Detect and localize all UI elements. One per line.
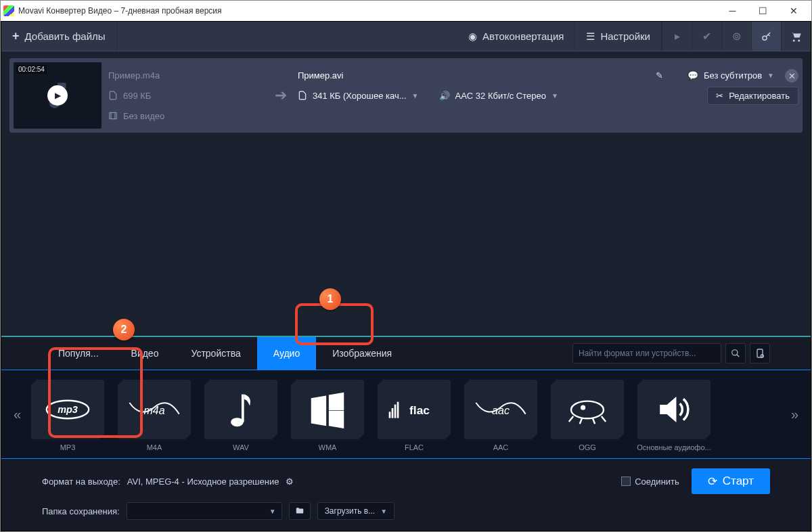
- svg-rect-1: [110, 112, 117, 118]
- tile-label: WMA: [319, 443, 337, 451]
- window-title: Movavi Конвертер Видео – 7-дневная пробн…: [18, 6, 222, 16]
- cart-icon[interactable]: [781, 22, 811, 51]
- svg-rect-10: [389, 412, 391, 418]
- tiles-next-button[interactable]: »: [786, 401, 804, 428]
- youtube-icon[interactable]: ▸: [662, 22, 692, 51]
- format-tile-[interactable]: Основные аудиофо...: [635, 380, 713, 451]
- no-video-row: Без видео: [108, 107, 264, 125]
- tile-icon-mp3[interactable]: mp3: [31, 380, 104, 439]
- subtitles-label: Без субтитров: [704, 70, 762, 81]
- edit-name-icon[interactable]: ✎: [656, 70, 663, 81]
- tile-icon-ogg[interactable]: [551, 380, 624, 439]
- format-tiles: « » mp3MP3m4aM4AWAVWMAflacFLACaacAACOGGО…: [1, 370, 811, 459]
- tile-icon-speaker[interactable]: [637, 380, 710, 439]
- start-button[interactable]: ⟳ Старт: [692, 468, 770, 494]
- no-video-label: Без видео: [123, 111, 164, 121]
- refresh-icon: ⟳: [708, 474, 717, 489]
- format-tile-aac[interactable]: aacAAC: [461, 380, 540, 451]
- format-tab-[interactable]: Устройства: [175, 337, 256, 370]
- browse-folder-button[interactable]: [289, 502, 311, 520]
- auto-convert-button[interactable]: ◉ Автоконвертация: [457, 22, 575, 51]
- load-into-label: Загрузить в...: [325, 506, 376, 516]
- format-tabs: Популя...ВидеоУстройстваАудиоИзображения…: [1, 337, 811, 370]
- tile-label: Основные аудиофо...: [637, 443, 710, 451]
- arrow-right-icon: ➔: [271, 87, 291, 104]
- vk-icon[interactable]: ✔: [692, 22, 721, 51]
- minimize-button[interactable]: ─: [717, 1, 748, 20]
- svg-rect-3: [757, 349, 763, 357]
- file-thumbnail[interactable]: 00:02:54 ▶: [14, 62, 102, 129]
- titlebar: Movavi Конвертер Видео – 7-дневная пробн…: [1, 1, 811, 21]
- settings-button[interactable]: ☰ Настройки: [575, 22, 662, 51]
- edit-button[interactable]: ✂ Редактировать: [707, 87, 798, 105]
- svg-rect-12: [394, 405, 397, 418]
- source-size: 699 КБ: [123, 91, 151, 101]
- svg-text:aac: aac: [492, 405, 510, 416]
- format-tile-ogg[interactable]: OGG: [548, 380, 627, 451]
- target-quality-label: 341 КБ (Хорошее кач...: [313, 91, 407, 101]
- tile-label: M4A: [147, 443, 162, 451]
- svg-rect-13: [397, 402, 399, 418]
- file-icon: [298, 91, 307, 100]
- output-format-value: AVI, MPEG-4 - Исходное разрешение: [127, 476, 279, 487]
- format-tab-[interactable]: Видео: [115, 337, 175, 370]
- tile-label: MP3: [60, 443, 76, 451]
- add-files-button[interactable]: + Добавить файлы: [1, 22, 117, 51]
- format-tile-m4a[interactable]: m4aM4A: [115, 380, 194, 451]
- search-button[interactable]: [725, 343, 746, 363]
- tile-icon-flac[interactable]: flac: [378, 380, 451, 439]
- content-area: + Добавить файлы ◉ Автоконвертация ☰ Нас…: [1, 21, 811, 531]
- svg-rect-11: [392, 408, 394, 418]
- chevron-down-icon: ▼: [551, 92, 558, 99]
- camera-icon: ◉: [468, 30, 477, 43]
- key-icon[interactable]: [751, 22, 781, 51]
- chevron-down-icon: ▼: [380, 508, 387, 515]
- disc-icon[interactable]: ⊚: [721, 22, 751, 51]
- format-tile-wav[interactable]: WAV: [202, 380, 280, 451]
- tile-icon-aac[interactable]: aac: [464, 380, 537, 439]
- gear-icon[interactable]: ⚙: [286, 476, 294, 487]
- scissors-icon: ✂: [716, 91, 723, 101]
- format-tab-[interactable]: Изображения: [316, 337, 408, 370]
- tile-icon-m4a[interactable]: m4a: [118, 380, 191, 439]
- format-tile-mp3[interactable]: mp3MP3: [28, 380, 107, 451]
- target-quality-dropdown[interactable]: 341 КБ (Хорошее кач... ▼: [313, 91, 419, 101]
- app-icon: [3, 5, 14, 16]
- svg-point-17: [581, 406, 585, 409]
- tile-icon-windows[interactable]: [291, 380, 364, 439]
- maximize-button[interactable]: ☐: [748, 1, 778, 20]
- tile-label: WAV: [233, 443, 249, 451]
- film-icon: [108, 111, 118, 120]
- svg-point-0: [763, 36, 767, 40]
- close-button[interactable]: ✕: [778, 1, 809, 20]
- bottom-bar: Формат на выходе: AVI, MPEG-4 - Исходное…: [1, 459, 811, 531]
- save-folder-field[interactable]: ▼: [127, 502, 282, 520]
- merge-checkbox[interactable]: Соединить: [621, 476, 679, 487]
- audio-icon: 🔊: [439, 91, 450, 101]
- search-placeholder: Найти формат или устройств...: [579, 349, 696, 358]
- target-column: Пример.avi ✎ 💬 Без субтитров ▼ ✕: [298, 62, 798, 129]
- format-tab-[interactable]: Аудио: [257, 337, 317, 370]
- tile-icon-note[interactable]: [204, 380, 277, 439]
- svg-text:m4a: m4a: [143, 405, 164, 416]
- file-item[interactable]: 00:02:54 ▶ Пример.m4a 699 КБ Без видео: [9, 58, 803, 133]
- plus-icon: +: [12, 29, 20, 43]
- format-tile-wma[interactable]: WMA: [288, 380, 367, 451]
- format-tab-[interactable]: Популя...: [42, 337, 115, 370]
- subtitles-dropdown[interactable]: Без субтитров ▼: [704, 70, 774, 81]
- target-filename[interactable]: Пример.avi: [298, 70, 343, 81]
- output-format-label: Формат на выходе:: [42, 476, 120, 487]
- checkbox-icon: [621, 476, 631, 486]
- tiles-prev-button[interactable]: «: [8, 401, 26, 428]
- format-area: Популя...ВидеоУстройстваАудиоИзображения…: [1, 336, 811, 459]
- menu-icon: ☰: [586, 30, 595, 43]
- audio-spec-dropdown[interactable]: AAC 32 Кбит/с Стерео ▼: [455, 91, 558, 101]
- load-into-button[interactable]: Загрузить в... ▼: [317, 502, 394, 520]
- format-search-input[interactable]: Найти формат или устройств...: [572, 343, 721, 363]
- file-icon: [108, 91, 118, 100]
- format-tile-flac[interactable]: flacFLAC: [375, 380, 453, 451]
- remove-file-button[interactable]: ✕: [785, 69, 798, 83]
- app-window: Movavi Конвертер Видео – 7-дневная пробн…: [0, 0, 812, 532]
- play-button[interactable]: ▶: [47, 85, 68, 106]
- device-search-button[interactable]: [750, 343, 770, 363]
